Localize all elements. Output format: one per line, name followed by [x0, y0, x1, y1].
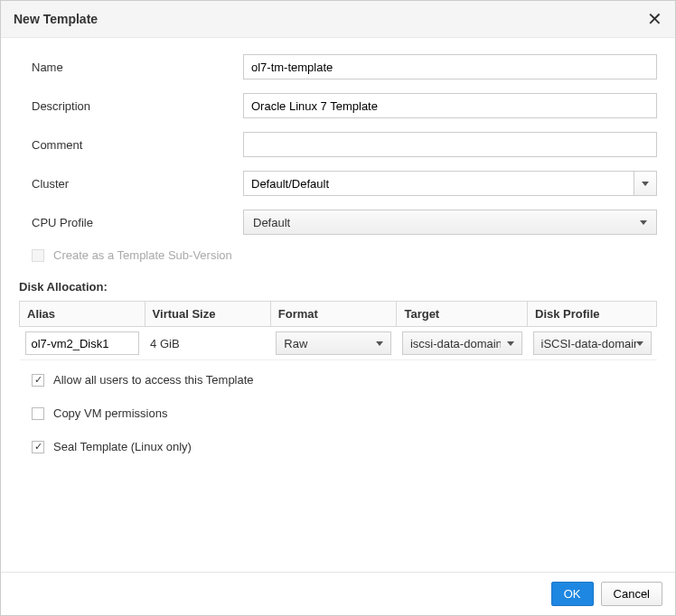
create-subversion-label: Create as a Template Sub-Version: [53, 248, 232, 262]
create-subversion-checkbox: [32, 249, 44, 262]
table-header-row: Alias Virtual Size Format Target Disk Pr…: [20, 302, 657, 327]
col-virtual-size: Virtual Size: [145, 302, 270, 327]
col-disk-profile: Disk Profile: [528, 302, 657, 327]
cluster-label: Cluster: [19, 177, 243, 191]
chevron-down-icon: [636, 341, 643, 346]
allow-all-users-label: Allow all users to access this Template: [53, 373, 254, 387]
chevron-down-icon: [376, 341, 383, 346]
chevron-down-icon: [642, 182, 649, 186]
cluster-field[interactable]: [243, 171, 634, 196]
comment-label: Comment: [19, 138, 243, 152]
dialog-title: New Template: [14, 12, 98, 26]
description-label: Description: [19, 99, 243, 113]
disk-allocation-label: Disk Allocation:: [19, 280, 657, 294]
cpu-profile-label: CPU Profile: [19, 216, 243, 229]
disk-allocation-table: Alias Virtual Size Format Target Disk Pr…: [19, 301, 657, 360]
ok-button[interactable]: OK: [551, 582, 594, 606]
seal-template-checkbox[interactable]: ✓: [32, 441, 44, 453]
description-field[interactable]: [243, 93, 657, 118]
disk-target-value: iscsi-data-domain: [410, 337, 501, 350]
col-format: Format: [270, 302, 397, 327]
dialog-footer: OK Cancel: [1, 572, 675, 615]
cpu-profile-value: Default: [253, 216, 290, 229]
seal-template-label: Seal Template (Linux only): [53, 440, 192, 453]
col-alias: Alias: [20, 302, 146, 327]
name-label: Name: [19, 61, 243, 74]
chevron-down-icon: [640, 220, 647, 225]
disk-target-select[interactable]: iscsi-data-domain: [402, 331, 522, 355]
cluster-dropdown-button[interactable]: [634, 171, 657, 196]
col-target: Target: [397, 302, 528, 327]
name-field[interactable]: [243, 54, 657, 79]
disk-profile-value: iSCSI-data-domain: [541, 337, 636, 350]
check-icon: ✓: [34, 442, 42, 452]
cancel-button[interactable]: Cancel: [601, 582, 662, 606]
dialog-body: Name Description Comment Cluster CPU Pro…: [1, 38, 675, 572]
close-icon[interactable]: ✕: [647, 10, 662, 28]
cpu-profile-select[interactable]: Default: [243, 210, 657, 235]
table-row: 4 GiB Raw iscsi-data-domain iSCSI-data: [20, 327, 657, 360]
check-icon: ✓: [34, 375, 42, 385]
comment-field[interactable]: [243, 132, 657, 157]
disk-profile-select[interactable]: iSCSI-data-domain: [533, 331, 652, 355]
chevron-down-icon: [507, 341, 514, 346]
disk-alias-field[interactable]: [25, 331, 140, 355]
disk-virtual-size: 4 GiB: [145, 327, 270, 360]
disk-format-value: Raw: [284, 337, 307, 350]
copy-vm-permissions-checkbox[interactable]: [32, 407, 44, 420]
allow-all-users-checkbox[interactable]: ✓: [32, 374, 44, 387]
disk-format-select[interactable]: Raw: [276, 331, 391, 355]
dialog-header: New Template ✕: [1, 1, 675, 38]
copy-vm-permissions-label: Copy VM permissions: [53, 406, 167, 420]
